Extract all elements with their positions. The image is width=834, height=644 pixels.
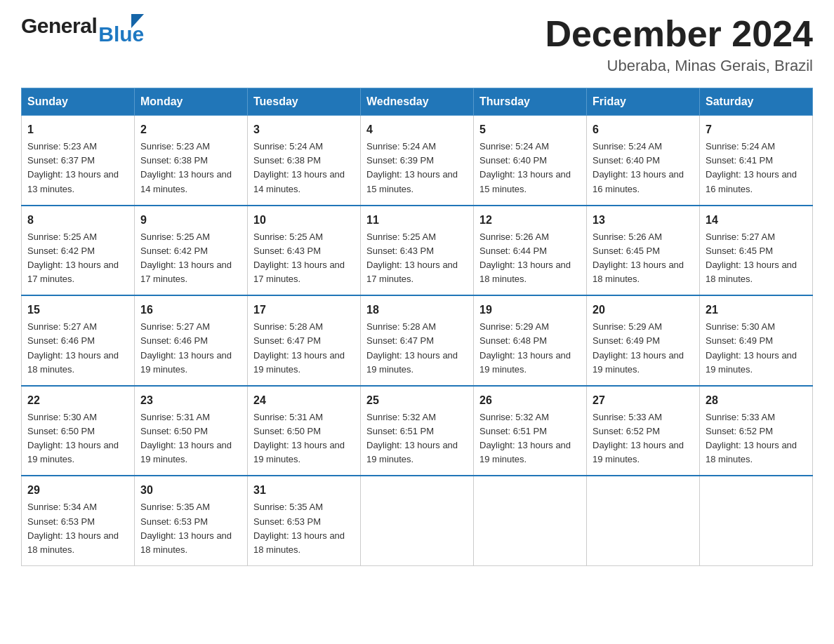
- calendar-cell: [700, 476, 813, 565]
- col-thursday: Thursday: [474, 88, 587, 116]
- month-title: December 2024: [545, 14, 813, 54]
- calendar-header-row: Sunday Monday Tuesday Wednesday Thursday…: [22, 88, 813, 116]
- day-number: 6: [593, 121, 694, 138]
- day-number: 20: [593, 302, 694, 318]
- calendar-cell: 2 Sunrise: 5:23 AMSunset: 6:38 PMDayligh…: [135, 116, 248, 206]
- day-number: 14: [706, 212, 807, 229]
- day-number: 12: [479, 212, 581, 229]
- day-number: 15: [27, 302, 128, 318]
- day-info: Sunrise: 5:29 AMSunset: 6:49 PMDaylight:…: [593, 321, 684, 374]
- week-row-4: 22 Sunrise: 5:30 AMSunset: 6:50 PMDaylig…: [22, 386, 813, 476]
- week-row-3: 15 Sunrise: 5:27 AMSunset: 6:46 PMDaylig…: [22, 295, 813, 386]
- calendar-cell: 17 Sunrise: 5:28 AMSunset: 6:47 PMDaylig…: [248, 295, 361, 386]
- day-info: Sunrise: 5:28 AMSunset: 6:47 PMDaylight:…: [366, 321, 458, 374]
- calendar-cell: 23 Sunrise: 5:31 AMSunset: 6:50 PMDaylig…: [135, 386, 248, 476]
- week-row-2: 8 Sunrise: 5:25 AMSunset: 6:42 PMDayligh…: [22, 206, 813, 296]
- calendar-cell: 24 Sunrise: 5:31 AMSunset: 6:50 PMDaylig…: [248, 386, 361, 476]
- day-number: 19: [479, 302, 581, 318]
- day-number: 17: [253, 302, 355, 318]
- calendar-cell: 12 Sunrise: 5:26 AMSunset: 6:44 PMDaylig…: [474, 206, 587, 296]
- day-info: Sunrise: 5:27 AMSunset: 6:46 PMDaylight:…: [140, 321, 232, 374]
- calendar-cell: 28 Sunrise: 5:33 AMSunset: 6:52 PMDaylig…: [700, 386, 813, 476]
- day-info: Sunrise: 5:25 AMSunset: 6:42 PMDaylight:…: [140, 232, 232, 284]
- col-friday: Friday: [587, 88, 700, 116]
- day-number: 4: [366, 121, 468, 138]
- day-info: Sunrise: 5:24 AMSunset: 6:39 PMDaylight:…: [366, 141, 458, 194]
- col-tuesday: Tuesday: [248, 88, 361, 116]
- calendar-cell: 8 Sunrise: 5:25 AMSunset: 6:42 PMDayligh…: [22, 206, 135, 296]
- calendar-cell: 16 Sunrise: 5:27 AMSunset: 6:46 PMDaylig…: [135, 295, 248, 386]
- day-number: 13: [593, 212, 694, 229]
- day-info: Sunrise: 5:25 AMSunset: 6:42 PMDaylight:…: [27, 232, 119, 284]
- calendar-cell: 3 Sunrise: 5:24 AMSunset: 6:38 PMDayligh…: [248, 116, 361, 206]
- calendar-cell: 6 Sunrise: 5:24 AMSunset: 6:40 PMDayligh…: [587, 116, 700, 206]
- day-info: Sunrise: 5:24 AMSunset: 6:38 PMDaylight:…: [253, 141, 345, 194]
- day-info: Sunrise: 5:25 AMSunset: 6:43 PMDaylight:…: [366, 232, 458, 284]
- col-saturday: Saturday: [700, 88, 813, 116]
- calendar-cell: 11 Sunrise: 5:25 AMSunset: 6:43 PMDaylig…: [361, 206, 474, 296]
- calendar-cell: 18 Sunrise: 5:28 AMSunset: 6:47 PMDaylig…: [361, 295, 474, 386]
- page-header: General Blue December 2024 Uberaba, Mina…: [21, 14, 813, 75]
- logo: General Blue: [21, 14, 144, 45]
- day-number: 21: [706, 302, 807, 318]
- calendar-cell: 15 Sunrise: 5:27 AMSunset: 6:46 PMDaylig…: [22, 295, 135, 386]
- day-info: Sunrise: 5:31 AMSunset: 6:50 PMDaylight:…: [253, 412, 345, 464]
- day-info: Sunrise: 5:28 AMSunset: 6:47 PMDaylight:…: [253, 321, 345, 374]
- calendar-cell: [361, 476, 474, 565]
- day-number: 18: [366, 302, 468, 318]
- day-number: 30: [140, 482, 241, 499]
- day-info: Sunrise: 5:32 AMSunset: 6:51 PMDaylight:…: [366, 412, 458, 464]
- calendar-table: Sunday Monday Tuesday Wednesday Thursday…: [21, 88, 813, 566]
- day-number: 25: [366, 392, 468, 409]
- day-info: Sunrise: 5:35 AMSunset: 6:53 PMDaylight:…: [253, 502, 345, 554]
- day-info: Sunrise: 5:25 AMSunset: 6:43 PMDaylight:…: [253, 232, 345, 284]
- day-info: Sunrise: 5:26 AMSunset: 6:45 PMDaylight:…: [593, 232, 684, 284]
- calendar-cell: 9 Sunrise: 5:25 AMSunset: 6:42 PMDayligh…: [135, 206, 248, 296]
- location-label: Uberaba, Minas Gerais, Brazil: [545, 57, 813, 75]
- day-info: Sunrise: 5:24 AMSunset: 6:40 PMDaylight:…: [593, 141, 684, 194]
- calendar-cell: 26 Sunrise: 5:32 AMSunset: 6:51 PMDaylig…: [474, 386, 587, 476]
- calendar-cell: 29 Sunrise: 5:34 AMSunset: 6:53 PMDaylig…: [22, 476, 135, 565]
- day-info: Sunrise: 5:33 AMSunset: 6:52 PMDaylight:…: [593, 412, 684, 464]
- day-number: 8: [27, 212, 128, 229]
- day-info: Sunrise: 5:24 AMSunset: 6:41 PMDaylight:…: [706, 141, 797, 194]
- calendar-cell: 25 Sunrise: 5:32 AMSunset: 6:51 PMDaylig…: [361, 386, 474, 476]
- day-number: 3: [253, 121, 355, 138]
- calendar-cell: [474, 476, 587, 565]
- col-sunday: Sunday: [22, 88, 135, 116]
- day-info: Sunrise: 5:29 AMSunset: 6:48 PMDaylight:…: [479, 321, 571, 374]
- day-info: Sunrise: 5:30 AMSunset: 6:49 PMDaylight:…: [706, 321, 797, 374]
- day-info: Sunrise: 5:30 AMSunset: 6:50 PMDaylight:…: [27, 412, 119, 464]
- calendar-cell: 30 Sunrise: 5:35 AMSunset: 6:53 PMDaylig…: [135, 476, 248, 565]
- day-number: 27: [593, 392, 694, 409]
- day-number: 24: [253, 392, 355, 409]
- day-info: Sunrise: 5:26 AMSunset: 6:44 PMDaylight:…: [479, 232, 571, 284]
- day-number: 22: [27, 392, 128, 409]
- day-info: Sunrise: 5:24 AMSunset: 6:40 PMDaylight:…: [479, 141, 571, 194]
- day-info: Sunrise: 5:23 AMSunset: 6:38 PMDaylight:…: [140, 141, 232, 194]
- calendar-cell: 10 Sunrise: 5:25 AMSunset: 6:43 PMDaylig…: [248, 206, 361, 296]
- day-info: Sunrise: 5:27 AMSunset: 6:45 PMDaylight:…: [706, 232, 797, 284]
- calendar-cell: 27 Sunrise: 5:33 AMSunset: 6:52 PMDaylig…: [587, 386, 700, 476]
- day-number: 5: [479, 121, 581, 138]
- title-area: December 2024 Uberaba, Minas Gerais, Bra…: [545, 14, 813, 75]
- day-number: 26: [479, 392, 581, 409]
- day-number: 16: [140, 302, 241, 318]
- day-number: 2: [140, 121, 241, 138]
- calendar-cell: 5 Sunrise: 5:24 AMSunset: 6:40 PMDayligh…: [474, 116, 587, 206]
- calendar-cell: 22 Sunrise: 5:30 AMSunset: 6:50 PMDaylig…: [22, 386, 135, 476]
- day-number: 23: [140, 392, 241, 409]
- day-info: Sunrise: 5:32 AMSunset: 6:51 PMDaylight:…: [479, 412, 571, 464]
- day-info: Sunrise: 5:34 AMSunset: 6:53 PMDaylight:…: [27, 502, 119, 554]
- day-number: 11: [366, 212, 468, 229]
- logo-general-text: General: [21, 14, 97, 38]
- col-wednesday: Wednesday: [361, 88, 474, 116]
- calendar-cell: 21 Sunrise: 5:30 AMSunset: 6:49 PMDaylig…: [700, 295, 813, 386]
- day-info: Sunrise: 5:35 AMSunset: 6:53 PMDaylight:…: [140, 502, 232, 554]
- day-info: Sunrise: 5:33 AMSunset: 6:52 PMDaylight:…: [706, 412, 797, 464]
- calendar-cell: 19 Sunrise: 5:29 AMSunset: 6:48 PMDaylig…: [474, 295, 587, 386]
- day-number: 1: [27, 121, 128, 138]
- week-row-1: 1 Sunrise: 5:23 AMSunset: 6:37 PMDayligh…: [22, 116, 813, 206]
- day-number: 10: [253, 212, 355, 229]
- day-number: 29: [27, 482, 128, 499]
